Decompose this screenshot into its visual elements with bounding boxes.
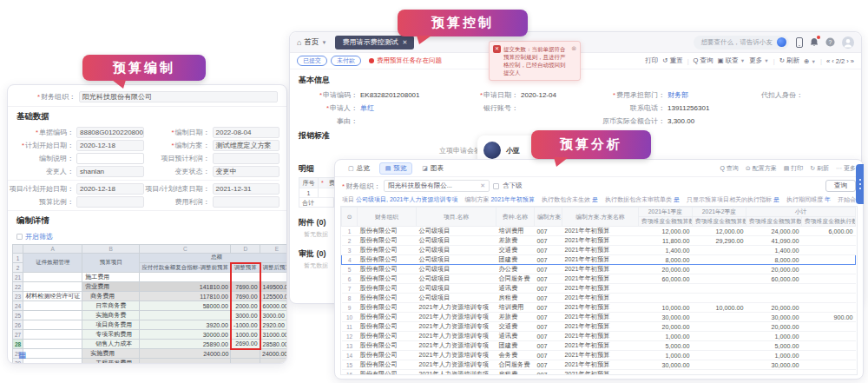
linked-query-button[interactable]: ▣ 联查 ▼	[718, 56, 746, 65]
field-label: 编制说明	[8, 154, 74, 163]
org-filter-combo[interactable]: 阳光科技股份有限公... ✕	[384, 180, 490, 192]
filter-checkbox[interactable]	[16, 234, 23, 240]
table-row[interactable]: 14股份有限公司2021年人力资源培训专项会务费0072021年年初预算1,00…	[342, 351, 856, 360]
budget-spreadsheet[interactable]: ABCDE1证件效期管理预算项目总额2应付付款金额复合指标-调整前预算调整预算调…	[12, 244, 286, 364]
filter-chip[interactable]: 只显示预算项目相关的执行指标是	[687, 196, 779, 202]
mobile-icon[interactable]	[796, 37, 803, 48]
table-row[interactable]: 13股份有限公司2021年人力资源培训专项团建费0072021年年初预算5,00…	[342, 341, 856, 351]
home-tab[interactable]: ⌂ 首页 ▼	[297, 37, 326, 48]
sheet-row[interactable]: 27专项采购费用30000.001000.0031000.00	[13, 330, 287, 340]
include-sub-label[interactable]: 含下级	[503, 182, 523, 190]
alert-dot-icon	[369, 58, 374, 63]
field-input[interactable]	[76, 153, 144, 164]
preview-icon: ▤	[385, 165, 391, 172]
chart-icon: ◪	[422, 165, 428, 172]
col-letter[interactable]: E	[260, 245, 286, 254]
col-letter[interactable]: D	[231, 245, 260, 254]
table-row[interactable]: 9股份有限公司2021年人力资源培训专项培训费用0072021年年初预算10,0…	[342, 303, 856, 313]
more-action[interactable]: ⋯ 更多	[836, 164, 856, 173]
reset-button[interactable]: ↺ 重置	[662, 56, 682, 65]
field-input[interactable]: 2020-12-18	[76, 140, 144, 151]
refresh-button[interactable]: ↻ 刷新	[779, 56, 799, 65]
print-action[interactable]: ▤ 打印	[784, 164, 804, 173]
field-value[interactable]: 单红	[360, 103, 374, 113]
view-chart-button[interactable]: ◪图表	[416, 162, 450, 175]
filter-chip[interactable]: 执行数包含未生效是	[542, 196, 598, 202]
side-drawer-handle[interactable]	[856, 164, 864, 204]
field-input[interactable]	[213, 196, 280, 208]
table-row[interactable]: 3股份有限公司公司级项目交通费0072021年年初预算1,400.001,400…	[342, 246, 856, 255]
clear-icon[interactable]: ✕	[480, 182, 485, 189]
filter-chip[interactable]: 执行数据包含未审核单类是	[605, 196, 680, 202]
table-row[interactable]: 10股份有限公司2021年人力资源培训专项差旅费0072021年年初预算30,0…	[342, 313, 856, 322]
analysis-table[interactable]: ⊙财务组织项目.名称费种.名称编制方案.编码编制方案.方案名称2021年1季度2…	[341, 207, 856, 375]
close-icon[interactable]: ✕	[402, 39, 407, 46]
prep-fields-grid: *单据编码88808G0120220800001-1*编制日期2022-08-0…	[8, 125, 286, 210]
field-input[interactable]	[213, 153, 280, 164]
field-input[interactable]	[76, 196, 144, 208]
field-input[interactable]: 2022-08-04	[213, 127, 280, 138]
table-row[interactable]: 12股份有限公司2021年人力资源培训专项通讯费0072021年年初预算1,00…	[342, 332, 856, 341]
field-input[interactable]: 2021-12-31	[213, 183, 280, 195]
query-button[interactable]: Q 查询	[694, 56, 713, 65]
pager[interactable]: « ‹ 2/2 › »	[826, 57, 854, 65]
sheet-row[interactable]: 29实施费用24000.0024000.00	[13, 349, 287, 359]
edit-grid-icon[interactable]: ▦	[18, 351, 26, 360]
col-letter[interactable]: C	[140, 245, 231, 254]
sheet-row[interactable]: 24日常商务费58000.002000.0060000.00	[13, 301, 287, 311]
analysis-filter-row: *财务组织 阳光科技股份有限公... ✕ 含下级 查询	[335, 177, 863, 195]
query-action[interactable]: Q 查询	[720, 164, 738, 173]
settings-dropdown[interactable]: ⊕ ▼	[804, 57, 816, 65]
table-row[interactable]: 6股份有限公司公司级项目合同服务费0072021年年初预算60,000.0060…	[342, 274, 856, 284]
help-icon[interactable]: ?	[825, 37, 835, 47]
filter-chip[interactable]: 编制方案2021年年初预算	[464, 196, 535, 202]
table-row[interactable]: 4股份有限公司公司级项目团建费0072021年年初预算8,000.008,000…	[342, 255, 856, 265]
table-row[interactable]: 7股份有限公司公司级项目通讯费0072021年年初预算	[342, 284, 856, 294]
field-value: 2020-12-04	[521, 91, 556, 99]
status-badge-unpaid: 未付款	[331, 56, 361, 66]
table-row[interactable]: 16股份有限公司2021年人力资源培训专项房租费0072021年年初预算	[342, 370, 856, 376]
field-原币实际金额合计: 原币实际金额合计3,300.00	[585, 116, 754, 126]
col-letter[interactable]: A	[23, 245, 82, 254]
field-input[interactable]: 变更中	[213, 166, 280, 177]
table-row[interactable]: 8股份有限公司公司级项目房租费0072021年年初预算	[342, 294, 856, 303]
sheet-row[interactable]: 23材料检测经营许可证商务费用117810.007690.00125500.00	[13, 292, 287, 301]
field-input[interactable]: 2020-12-18	[76, 183, 144, 195]
toast-close-icon[interactable]: ⊗	[571, 45, 576, 76]
notification-bell-icon[interactable]	[810, 37, 819, 47]
view-preview-button[interactable]: ▤预览	[379, 162, 413, 175]
finance-org-input[interactable]: 阳光科技股份有限公司	[79, 91, 278, 102]
more-button[interactable]: 更多 ▼	[749, 56, 769, 65]
sheet-row[interactable]: 22营业费用141810.007690.00149500.00	[13, 282, 287, 292]
field-input[interactable]: shanlan	[76, 166, 144, 177]
sheet-row[interactable]: 26项目商务费用3920.00-1000.002920.00	[13, 320, 287, 330]
avatar[interactable]	[842, 36, 854, 49]
org-filter-label: *财务组织	[342, 182, 380, 191]
filter-chip[interactable]: 执行期间维度年	[786, 196, 831, 202]
budget-alert-text[interactable]: 费用预算任务存在问题	[377, 56, 442, 65]
assistant-search-input[interactable]: 想要查什么，请告诉小友	[694, 36, 790, 50]
layout-config-action[interactable]: ⊙ 配置方案	[746, 164, 777, 173]
view-overview-button[interactable]: ▢总览	[342, 162, 376, 175]
table-row[interactable]: 11股份有限公司2021年人力资源培训专项交通费0072021年年初预算20,0…	[342, 322, 856, 332]
table-row[interactable]: 1股份有限公司公司级项目培训费用0072021年年初预算12,000.0012,…	[342, 227, 856, 236]
sheet-row[interactable]: 21施工费用	[13, 273, 287, 282]
sheet-row[interactable]: 30工程开发费用	[13, 359, 287, 365]
table-row[interactable]: 15股份有限公司2021年人力资源培训专项合同服务费0072021年年初预算30…	[342, 360, 856, 370]
settings-icon[interactable]: ⊙	[342, 208, 358, 227]
field-input[interactable]: 测试维度定义方案	[213, 140, 280, 151]
field-value[interactable]: 财务部	[667, 90, 688, 100]
filter-toggle-label[interactable]: 开启筛选	[25, 232, 53, 241]
include-sub-checkbox[interactable]	[493, 183, 499, 189]
sheet-row[interactable]: 25实施商务费3000.003000.00	[13, 311, 287, 320]
field-input[interactable]: 88808G0120220800001-1	[76, 127, 144, 138]
refresh-action[interactable]: ↻ 刷新	[810, 164, 829, 173]
col-letter[interactable]: B	[82, 245, 140, 254]
filter-chip[interactable]: 项目公司级项目, 2021年人力资源培训专项	[342, 196, 457, 202]
table-row[interactable]: 5股份有限公司公司级项目办公费0072021年年初预算20,000.0020,0…	[342, 265, 856, 274]
sheet-row[interactable]: 28销售人力成本25890.002690.0028580.00	[13, 340, 287, 349]
tab-expense-request[interactable]: 费用请示费控测试 ✕	[335, 36, 414, 50]
print-button[interactable]: 打印	[645, 56, 658, 65]
analysis-query-button[interactable]: 查询	[825, 180, 856, 192]
table-row[interactable]: 2股份有限公司公司级项目差旅费0072021年年初预算11,800.0029,2…	[342, 236, 856, 246]
